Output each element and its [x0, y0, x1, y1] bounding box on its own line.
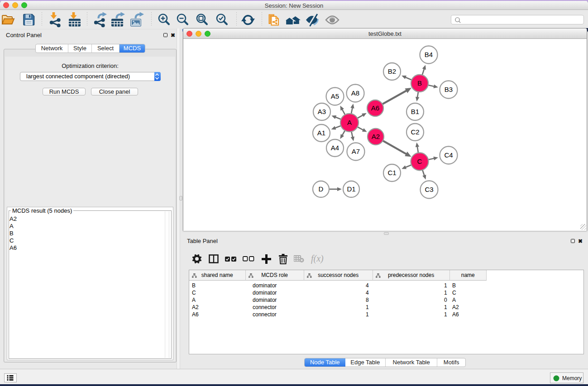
svg-text:A4: A4 [331, 144, 339, 152]
svg-text:A7: A7 [352, 148, 360, 155]
svg-text:A6: A6 [371, 104, 379, 112]
svg-text:C2: C2 [411, 128, 419, 136]
svg-text:D1: D1 [347, 185, 355, 193]
svg-text:D: D [319, 185, 324, 193]
svg-text:B4: B4 [425, 51, 433, 58]
svg-text:A3: A3 [318, 108, 326, 115]
svg-text:C1: C1 [387, 169, 396, 176]
svg-text:C3: C3 [425, 186, 433, 193]
svg-text:C: C [417, 157, 422, 165]
svg-text:A: A [347, 119, 352, 126]
svg-text:B: B [417, 79, 422, 87]
svg-text:C4: C4 [444, 151, 453, 159]
svg-text:A5: A5 [331, 92, 339, 100]
svg-text:A1: A1 [317, 129, 325, 137]
svg-text:A8: A8 [351, 89, 359, 97]
svg-text:A2: A2 [372, 133, 380, 140]
svg-text:B2: B2 [388, 67, 396, 75]
svg-text:B1: B1 [411, 108, 419, 115]
svg-text:B3: B3 [445, 86, 453, 93]
